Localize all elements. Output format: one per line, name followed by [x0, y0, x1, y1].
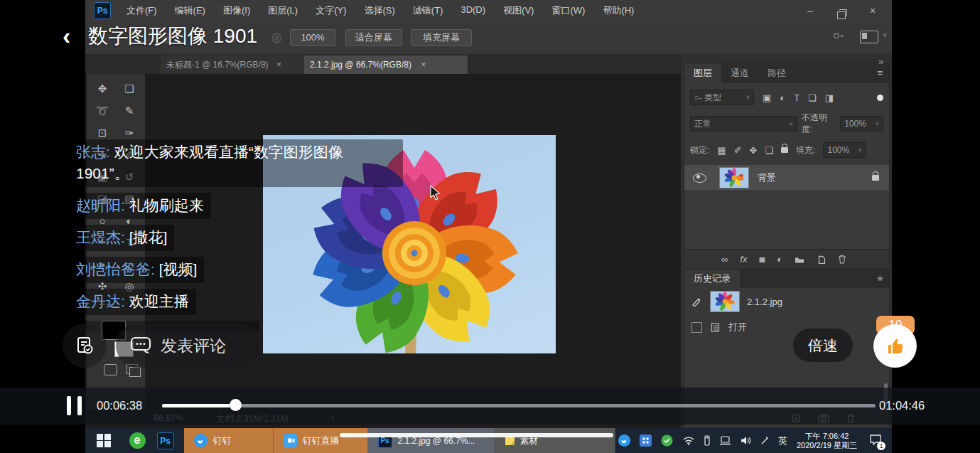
tool-marquee-icon: ❏: [116, 82, 143, 95]
new-group-folder-icon: [795, 255, 804, 263]
history-entry-label: 打开: [728, 321, 747, 334]
fill-select: 100%˅: [823, 142, 866, 158]
laptop-icon: [719, 436, 731, 445]
progress-bar-fill: [162, 404, 235, 407]
dingtalk-icon: [194, 434, 208, 447]
chat-message: 张志: 欢迎大家来观看直播“数字图形图像 1901”。: [69, 139, 403, 187]
menu-image: 图像(I): [223, 4, 250, 17]
layer-row-background: 背景: [684, 165, 889, 191]
thumbs-up-icon: [885, 336, 906, 357]
back-button[interactable]: ‹: [63, 25, 70, 46]
browser-icon: e: [129, 432, 146, 449]
layer-mask-icon: ◙: [759, 254, 765, 265]
taskbar-button-ps-document: Ps 2.1.2.jpg @ 66.7%...: [368, 428, 495, 453]
chat-username: 金丹达:: [76, 293, 125, 309]
video-title: 数字图形图像 1901: [88, 23, 257, 50]
start-button-icon: [97, 434, 111, 448]
system-tray: 英 下午 7:06:42 2020/2/19 星期三 1: [618, 432, 892, 450]
like-button[interactable]: [873, 324, 917, 368]
filter-smartobject-icon: ◨: [825, 92, 834, 103]
progress-bar-track[interactable]: [162, 404, 876, 407]
tab-close-icon: ×: [276, 60, 281, 70]
notification-badge: 1: [877, 442, 885, 450]
lock-artboard-icon: ❏: [765, 145, 773, 156]
comment-input-button[interactable]: 发表评论: [116, 324, 261, 368]
workspace-switcher-icon: [860, 31, 878, 43]
phone-screen: Ps 文件(F) 编辑(E) 图像(I) 图层(L) 文字(Y) 选择(S) 滤…: [0, 0, 980, 453]
tool-eyedropper-icon: ✑: [116, 127, 143, 139]
layers-panel: 图层 通道 路径 ≡ ○‑ 类型 ˅ ▣ ◐ T ❏ ◨: [684, 63, 890, 265]
tray-dingtalk-icon: [618, 435, 630, 447]
opacity-select: 100%˅: [840, 116, 883, 132]
search-icon: ○‑: [833, 29, 844, 42]
sign-in-button[interactable]: [63, 324, 107, 368]
chat-message-list[interactable]: 张志: 欢迎大家来观看直播“数字图形图像 1901”。 赵昕阳: 礼物刷起来 王…: [69, 139, 403, 331]
fit-screen-button: 适合屏幕: [345, 29, 402, 46]
menu-filter: 滤镜(T): [413, 4, 443, 17]
blend-mode-select: 正常˅: [690, 116, 797, 132]
tab-channels: 通道: [721, 63, 758, 83]
chat-text: 欢迎大家来观看直播“数字图形图像 1901”。: [76, 144, 343, 181]
menu-help: 帮助(H): [603, 4, 634, 17]
wifi-icon: [682, 436, 695, 445]
chat-message: 金丹达: 欢迎主播: [69, 289, 196, 315]
close-icon: ×: [862, 1, 883, 20]
pause-button[interactable]: [67, 396, 82, 415]
tool-move-icon: ✥: [89, 82, 116, 95]
ps-document-tabbar: 未标题-1 @ 16.7%(RGB/8) × 2.1.2.jpg @ 66.7%…: [85, 54, 681, 74]
lock-label: 锁定:: [690, 144, 709, 156]
input-language-indicator: 英: [778, 435, 787, 447]
zoom-100-button: 100%: [290, 29, 335, 46]
new-layer-icon: [817, 255, 826, 264]
link-layers-icon: ∞: [721, 254, 728, 265]
menu-view: 视图(V): [503, 4, 534, 17]
panel-collapse-icon: »: [878, 56, 883, 67]
filter-adjustment-icon: ◐: [780, 92, 785, 103]
fill-screen-button: 填充屏幕: [411, 29, 472, 46]
chat-username: 赵昕阳:: [76, 197, 125, 213]
panel-menu-icon: ≡: [870, 270, 889, 288]
filter-shape-icon: ❏: [808, 92, 817, 103]
filter-toggle-icon: [877, 95, 883, 101]
pause-icon: [77, 396, 82, 415]
tool-crop-icon: ⊡: [89, 127, 116, 139]
chat-text: [撒花]: [129, 229, 168, 245]
ps-menubar: Ps 文件(F) 编辑(E) 图像(I) 图层(L) 文字(Y) 选择(S) 滤…: [85, 0, 892, 21]
windows-taskbar: e Ps 钉钉 钉钉直播 Ps 2.1.2.jpg @ 66.7%... 素材: [85, 428, 892, 453]
home-indicator[interactable]: [340, 433, 613, 437]
menu-layer: 图层(L): [268, 4, 298, 17]
total-duration: 01:04:46: [879, 399, 925, 412]
menu-file: 文件(F): [126, 4, 157, 17]
doc-tab-untitled: 未标题-1 @ 16.7%(RGB/8) ×: [161, 55, 311, 74]
layer-filter-select: ○‑ 类型 ˅: [690, 90, 754, 105]
filter-type-icon: T: [794, 92, 799, 103]
history-thumbnail: [710, 291, 740, 312]
ps-menus: 文件(F) 编辑(E) 图像(I) 图层(L) 文字(Y) 选择(S) 滤镜(T…: [126, 4, 634, 17]
progress-knob[interactable]: [230, 399, 242, 411]
menu-edit: 编辑(E): [175, 4, 205, 17]
comment-bubble-icon: [130, 336, 151, 356]
zoom-out-tool-icon: ◎: [271, 30, 282, 45]
tab-layers: 图层: [684, 63, 721, 83]
layer-style-fx-icon: fx: [740, 254, 747, 265]
lock-position-icon: ✥: [750, 145, 758, 156]
menu-select: 选择(S): [364, 4, 394, 17]
live-video-icon: [284, 434, 297, 447]
mouse-cursor-icon: [429, 185, 441, 201]
taskbar-button-dingtalk: 钉钉: [184, 428, 274, 453]
chat-username: 王煜杰:: [76, 229, 125, 245]
current-time: 00:06:38: [97, 399, 142, 412]
photoshop-logo-icon: Ps: [94, 2, 111, 19]
workspace-chevron-icon: ˅: [883, 31, 887, 39]
clock: 下午 7:06:42 2020/2/19 星期三: [797, 432, 857, 450]
pause-icon: [67, 396, 71, 415]
history-row-open-file: 2.1.2.jpg: [684, 288, 889, 315]
playback-speed-button[interactable]: 倍速: [793, 329, 853, 362]
history-entry-label: 2.1.2.jpg: [747, 297, 782, 307]
tool-quickselect-icon: ✎: [116, 105, 143, 117]
layer-name: 背景: [758, 171, 776, 184]
taskbar-photoshop-icon: Ps: [157, 432, 174, 449]
chat-username: 刘恺怡爸爸:: [76, 261, 155, 277]
chat-username: 张志:: [76, 144, 110, 160]
taskbar-button-dingtalk-live: 钉钉直播: [274, 428, 368, 453]
